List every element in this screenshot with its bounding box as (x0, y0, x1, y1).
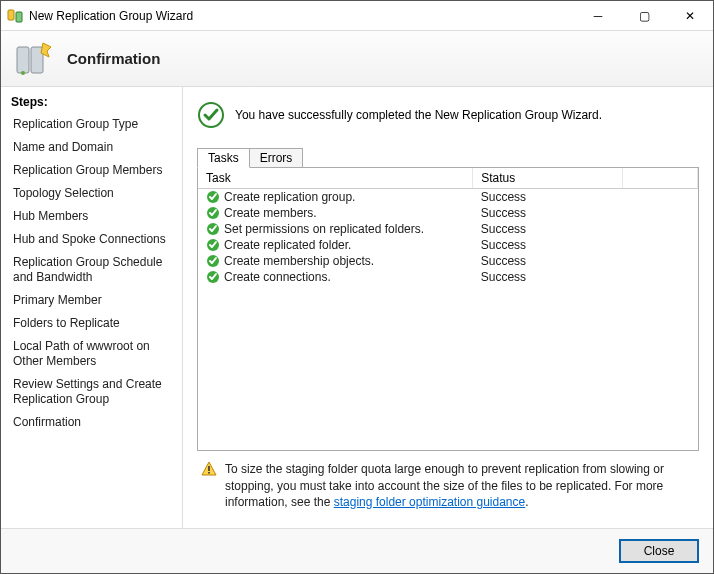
table-row[interactable]: Create replicated folder.Success (198, 237, 698, 253)
warning-icon (201, 461, 217, 477)
task-name: Create membership objects. (224, 254, 374, 268)
table-row[interactable]: Set permissions on replicated folders.Su… (198, 221, 698, 237)
check-icon (206, 206, 220, 220)
task-name: Create replicated folder. (224, 238, 351, 252)
step-hub-members[interactable]: Hub Members (11, 205, 172, 228)
wizard-icon (13, 39, 53, 79)
table-row[interactable]: Create members.Success (198, 205, 698, 221)
warning-text-after: . (525, 495, 528, 509)
check-icon (206, 238, 220, 252)
steps-sidebar: Steps: Replication Group Type Name and D… (1, 87, 183, 528)
success-summary: You have successfully completed the New … (197, 101, 699, 129)
task-status: Success (473, 253, 623, 269)
task-status: Success (473, 237, 623, 253)
svg-rect-0 (8, 10, 14, 20)
step-replication-group-type[interactable]: Replication Group Type (11, 113, 172, 136)
minimize-button[interactable]: ─ (575, 1, 621, 31)
svg-rect-1 (16, 12, 22, 22)
close-window-button[interactable]: ✕ (667, 1, 713, 31)
task-status: Success (473, 189, 623, 206)
step-local-path-other-members[interactable]: Local Path of wwwroot on Other Members (11, 335, 172, 373)
task-name: Create members. (224, 206, 317, 220)
page-title: Confirmation (67, 50, 160, 67)
step-primary-member[interactable]: Primary Member (11, 289, 172, 312)
svg-rect-14 (208, 466, 210, 471)
staging-warning: To size the staging folder quota large e… (197, 451, 699, 518)
footer: Close (1, 528, 713, 573)
task-name: Create connections. (224, 270, 331, 284)
table-row[interactable]: Create replication group.Success (198, 189, 698, 206)
maximize-button[interactable]: ▢ (621, 1, 667, 31)
table-row[interactable]: Create membership objects.Success (198, 253, 698, 269)
check-icon (206, 254, 220, 268)
success-message: You have successfully completed the New … (235, 108, 602, 122)
tab-tasks[interactable]: Tasks (197, 148, 250, 168)
app-icon (7, 8, 23, 24)
step-confirmation[interactable]: Confirmation (11, 411, 172, 434)
titlebar: New Replication Group Wizard ─ ▢ ✕ (1, 1, 713, 31)
step-review-settings[interactable]: Review Settings and Create Replication G… (11, 373, 172, 411)
task-status: Success (473, 269, 623, 285)
col-blank (623, 168, 698, 189)
window-title: New Replication Group Wizard (29, 9, 193, 23)
warning-text: To size the staging folder quota large e… (225, 461, 695, 510)
svg-rect-2 (17, 47, 29, 73)
check-icon (206, 222, 220, 236)
task-name: Create replication group. (224, 190, 355, 204)
task-status: Success (473, 221, 623, 237)
col-status[interactable]: Status (473, 168, 623, 189)
svg-point-5 (21, 71, 25, 75)
step-topology-selection[interactable]: Topology Selection (11, 182, 172, 205)
tasks-table: Task Status Create replication group.Suc… (198, 168, 698, 285)
check-icon (206, 270, 220, 284)
col-task[interactable]: Task (198, 168, 473, 189)
table-row[interactable]: Create connections.Success (198, 269, 698, 285)
task-name: Set permissions on replicated folders. (224, 222, 424, 236)
header-banner: Confirmation (1, 31, 713, 87)
check-icon (206, 190, 220, 204)
task-status: Success (473, 205, 623, 221)
tab-errors[interactable]: Errors (249, 148, 304, 168)
step-name-and-domain[interactable]: Name and Domain (11, 136, 172, 159)
tasks-panel: Task Status Create replication group.Suc… (197, 167, 699, 451)
step-replication-group-members[interactable]: Replication Group Members (11, 159, 172, 182)
steps-heading: Steps: (11, 95, 172, 109)
results-tabs: Tasks Errors (197, 147, 699, 167)
step-schedule-and-bandwidth[interactable]: Replication Group Schedule and Bandwidth (11, 251, 172, 289)
success-icon (197, 101, 225, 129)
close-button[interactable]: Close (619, 539, 699, 563)
svg-rect-15 (208, 472, 210, 474)
wizard-window: New Replication Group Wizard ─ ▢ ✕ Confi… (0, 0, 714, 574)
step-folders-to-replicate[interactable]: Folders to Replicate (11, 312, 172, 335)
step-hub-and-spoke-connections[interactable]: Hub and Spoke Connections (11, 228, 172, 251)
main-content: You have successfully completed the New … (183, 87, 713, 528)
steps-list: Replication Group Type Name and Domain R… (11, 113, 172, 434)
staging-guidance-link[interactable]: staging folder optimization guidance (334, 495, 525, 509)
